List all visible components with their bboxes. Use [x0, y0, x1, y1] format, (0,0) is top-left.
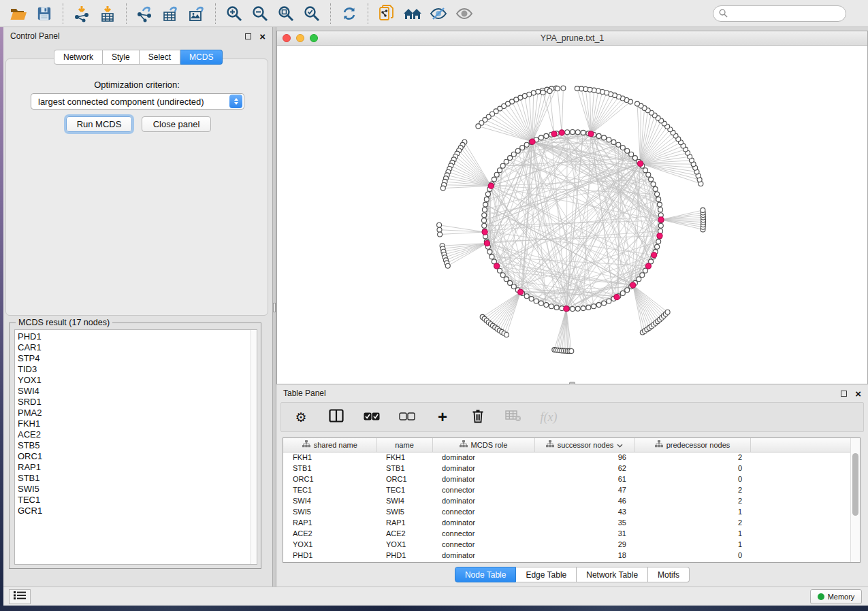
table-cell[interactable]: 62: [534, 463, 634, 474]
table-cell[interactable]: [750, 517, 852, 528]
table-cell[interactable]: 0: [634, 474, 750, 484]
table-scrollbar[interactable]: [850, 438, 860, 562]
run-mcds-button[interactable]: Run MCDS: [66, 116, 132, 132]
tab-mcds[interactable]: MCDS: [180, 50, 223, 65]
zoom-selected-button[interactable]: [299, 3, 325, 24]
tab-node-table[interactable]: Node Table: [455, 567, 517, 582]
mcds-result-item[interactable]: ACE2: [18, 429, 251, 440]
show-all-button[interactable]: [451, 3, 477, 24]
table-cell[interactable]: 96: [534, 452, 634, 463]
home-button[interactable]: [400, 3, 425, 24]
table-row[interactable]: ORC1ORC1dominator610: [283, 474, 852, 484]
table-cell[interactable]: FKH1: [283, 452, 376, 463]
table-cell[interactable]: 29: [534, 539, 634, 550]
table-cell[interactable]: [750, 539, 852, 550]
table-cell[interactable]: TEC1: [283, 484, 376, 495]
table-cell[interactable]: FKH1: [376, 452, 432, 463]
tab-edge-table[interactable]: Edge Table: [516, 567, 577, 582]
table-cell[interactable]: PHD1: [376, 550, 432, 561]
save-session-button[interactable]: [31, 3, 57, 24]
select-all-rows-button[interactable]: [363, 408, 381, 426]
memory-button[interactable]: Memory: [810, 589, 862, 604]
export-table-button[interactable]: [158, 3, 184, 24]
table-cell[interactable]: SWI4: [283, 495, 376, 506]
zoom-out-button[interactable]: [247, 3, 273, 24]
table-cell[interactable]: connector: [432, 528, 534, 539]
mcds-result-item[interactable]: SWI4: [18, 386, 251, 397]
table-row[interactable]: PHD1PHD1dominator180: [283, 550, 852, 561]
zoom-fit-button[interactable]: [273, 3, 299, 24]
table-cell[interactable]: connector: [432, 484, 534, 495]
mcds-result-item[interactable]: TID3: [18, 364, 251, 375]
close-panel-button[interactable]: Close panel: [142, 116, 211, 132]
show-columns-button[interactable]: [327, 408, 345, 426]
table-cell[interactable]: dominator: [432, 452, 534, 463]
table-cell[interactable]: 1: [634, 528, 750, 539]
mcds-result-item[interactable]: TEC1: [18, 495, 251, 506]
table-cell[interactable]: RAP1: [283, 517, 376, 528]
import-network-button[interactable]: [69, 3, 95, 24]
table-cell[interactable]: 18: [534, 550, 634, 561]
table-cell[interactable]: 47: [534, 484, 634, 495]
tab-select[interactable]: Select: [140, 50, 180, 65]
table-cell[interactable]: connector: [432, 539, 534, 550]
table-cell[interactable]: 2: [634, 495, 750, 506]
table-cell[interactable]: 61: [534, 474, 634, 484]
float-panel-icon[interactable]: [841, 391, 847, 397]
search-field[interactable]: [713, 5, 846, 22]
table-cell[interactable]: 46: [534, 495, 634, 506]
table-cell[interactable]: [750, 452, 852, 463]
table-cell[interactable]: 43: [534, 506, 634, 517]
table-cell[interactable]: 35: [534, 517, 634, 528]
open-file-button[interactable]: [5, 3, 31, 24]
splitter-handle[interactable]: [273, 303, 276, 312]
table-cell[interactable]: ACE2: [376, 528, 432, 539]
float-panel-icon[interactable]: [245, 33, 251, 39]
table-cell[interactable]: dominator: [432, 550, 534, 561]
table-row[interactable]: SWI5SWI5connector431: [283, 506, 852, 517]
tab-style[interactable]: Style: [103, 50, 140, 65]
close-panel-icon[interactable]: ×: [855, 389, 861, 399]
export-network-button[interactable]: [132, 3, 158, 24]
tab-network-table[interactable]: Network Table: [577, 567, 648, 582]
table-cell[interactable]: 1: [634, 539, 750, 550]
mcds-result-item[interactable]: SWI5: [18, 484, 251, 495]
table-row[interactable]: ACE2ACE2connector311: [283, 528, 852, 539]
task-history-button[interactable]: [9, 589, 31, 604]
mcds-result-item[interactable]: GCR1: [18, 506, 251, 516]
mcds-result-item[interactable]: STP4: [18, 353, 251, 364]
network-snapshot-button[interactable]: [374, 3, 400, 24]
export-image-button[interactable]: [184, 3, 210, 24]
mcds-result-item[interactable]: RAP1: [18, 462, 251, 473]
table-cell[interactable]: [750, 474, 852, 484]
import-table-button[interactable]: [95, 3, 120, 24]
table-cell[interactable]: 1: [634, 506, 750, 517]
table-row[interactable]: RAP1RAP1dominator352: [283, 517, 852, 528]
table-scrollbar-thumb[interactable]: [852, 453, 858, 516]
table-cell[interactable]: YOX1: [376, 539, 432, 550]
table-cell[interactable]: PHD1: [283, 550, 376, 561]
table-cell[interactable]: TEC1: [376, 484, 432, 495]
mcds-result-item[interactable]: CAR1: [18, 342, 251, 353]
table-cell[interactable]: RAP1: [376, 517, 432, 528]
tab-motifs[interactable]: Motifs: [648, 567, 690, 582]
table-cell[interactable]: ACE2: [283, 528, 376, 539]
table-cell[interactable]: 2: [634, 517, 750, 528]
table-cell[interactable]: [750, 484, 852, 495]
table-cell[interactable]: YOX1: [283, 539, 376, 550]
column-header-name[interactable]: name: [376, 438, 432, 452]
table-cell[interactable]: dominator: [432, 517, 534, 528]
table-row[interactable]: TEC1TEC1connector472: [283, 484, 852, 495]
table-cell[interactable]: [750, 463, 852, 474]
table-cell[interactable]: 0: [634, 463, 750, 474]
tab-network[interactable]: Network: [54, 50, 103, 65]
table-cell[interactable]: STB1: [283, 463, 376, 474]
table-cell[interactable]: SWI4: [376, 495, 432, 506]
table-cell[interactable]: dominator: [432, 495, 534, 506]
table-cell[interactable]: SWI5: [376, 506, 432, 517]
result-list-scrollbar[interactable]: [251, 330, 257, 564]
mcds-result-item[interactable]: PHD1: [18, 331, 251, 342]
mcds-result-item[interactable]: SRD1: [18, 397, 251, 408]
table-row[interactable]: SWI4SWI4dominator462: [283, 495, 852, 506]
table-cell[interactable]: SWI5: [283, 506, 376, 517]
